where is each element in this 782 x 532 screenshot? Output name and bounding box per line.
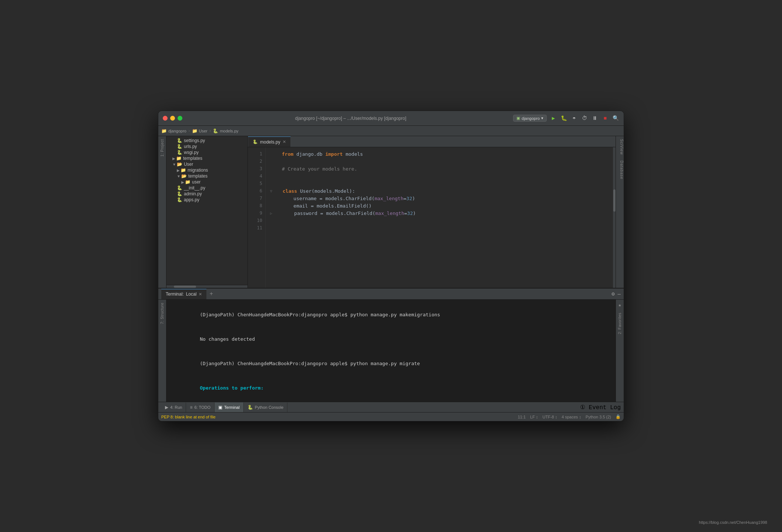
sciview-tab[interactable]: SciView: [616, 136, 624, 158]
tree-label-user-template: user: [192, 179, 200, 185]
tree-item-wsgi[interactable]: 🐍 wsgi.py: [166, 149, 247, 155]
terminal-icon: ▣: [218, 405, 222, 410]
code-content[interactable]: from django.db import models # Create yo…: [266, 147, 613, 288]
term-operations-label: Operations to perform:: [200, 385, 263, 391]
terminal-output[interactable]: (DjangoPath) ChenHuangdeMacBookPro:djang…: [166, 300, 616, 402]
tree-label-settings: settings.py: [184, 138, 205, 143]
python-console-button[interactable]: 🐍 Python Console: [244, 403, 288, 412]
minimize-button[interactable]: [170, 116, 175, 121]
pep8-warning: PEP 8: blank line at end of file: [161, 415, 216, 419]
scrollbar-thumb[interactable]: [613, 189, 616, 212]
python-version-label[interactable]: Python 3.5 (2): [586, 415, 611, 419]
project-tab-label[interactable]: 1: Project: [159, 136, 165, 159]
run-config-dropdown[interactable]: ▣ djangopro ▾: [513, 115, 547, 122]
profile-button[interactable]: ⏱: [581, 115, 588, 122]
terminal-tab-local[interactable]: Terminal: Local ✕: [161, 289, 206, 299]
code-eq-2: =: [404, 211, 407, 216]
toolbar-actions: ▣ djangopro ▾ ▶ 🐛 ☂ ⏱ ⏸ ■ 🔍: [513, 115, 619, 122]
breadcrumb-user[interactable]: 📁 User: [192, 128, 208, 134]
structure-panel: 7: Structure: [158, 300, 166, 402]
terminal-close-icon[interactable]: ✕: [199, 292, 202, 297]
cursor-position[interactable]: 11:1: [518, 415, 526, 419]
line-num-5: 5: [248, 180, 265, 187]
term-line-migrate-cmd: (DjangoPath) ChenHuangdeMacBookPro:djang…: [171, 351, 611, 376]
fold-marker-9[interactable]: ▷: [270, 211, 272, 215]
coverage-button[interactable]: ☂: [570, 115, 578, 122]
tab-close-button[interactable]: ✕: [283, 139, 286, 144]
window-title: djangopro [~/djangopro] – .../User/model…: [188, 116, 513, 121]
tree-item-templates-root[interactable]: ▶ 📁 templates: [166, 155, 247, 161]
search-button[interactable]: 🔍: [612, 115, 619, 122]
terminal-add-button[interactable]: +: [206, 291, 216, 297]
line-numbers: 1 2 3 4 5 6 7 8 9 10 11: [248, 147, 266, 288]
editor-area: 🐍 models.py ✕ 1 2 3 4 5 6 7 8 9 10: [248, 136, 616, 288]
terminal-minimize-icon[interactable]: —: [618, 291, 621, 297]
param-max-length-2: max_length: [375, 211, 404, 216]
line-num-10: 10: [248, 217, 265, 224]
code-line-7: username = models.CharField( max_length …: [270, 195, 608, 202]
code-editor[interactable]: 1 2 3 4 5 6 7 8 9 10 11 from: [248, 147, 616, 288]
breadcrumb-label-user: User: [199, 129, 208, 133]
breadcrumb-djangopro[interactable]: 📁 djangopro: [161, 128, 186, 134]
run-button[interactable]: ▶: [550, 115, 557, 122]
dropdown-arrow-icon-lf: ↕: [536, 415, 538, 419]
run-label: 4: Run: [170, 405, 182, 410]
close-button[interactable]: [163, 116, 168, 121]
favorites-tab-label[interactable]: 2: Favorites: [617, 310, 623, 337]
run-panel-button[interactable]: ▶ 4: Run: [161, 403, 186, 412]
fold-marker-6[interactable]: ▽: [270, 189, 272, 193]
code-line-3: # Create your models here.: [270, 165, 608, 172]
tree-item-templates-user[interactable]: ▼ 📂 templates: [166, 173, 247, 179]
folder-icon-2: 📁: [192, 128, 198, 134]
status-bar: PEP 8: blank line at end of file 11:1 LF…: [158, 412, 624, 421]
tree-item-urls[interactable]: 🐍 urls.py: [166, 144, 247, 149]
tree-item-settings[interactable]: 🐍 settings.py: [166, 138, 247, 144]
lock-icon: 🔒: [616, 414, 621, 419]
structure-tab-label[interactable]: 7: Structure: [159, 300, 165, 327]
tree-item-apps[interactable]: 🐍 apps.py: [166, 197, 247, 203]
kw-class: class: [283, 188, 297, 194]
tab-models-py[interactable]: 🐍 models.py ✕: [248, 137, 291, 147]
folder-icon-migrations: 📁: [181, 168, 186, 173]
terminal-panel-button[interactable]: ▣ Terminal: [215, 403, 244, 412]
editor-scrollbar[interactable]: [613, 147, 616, 288]
folder-icon-user-template: 📁: [185, 179, 191, 185]
indent-label[interactable]: 4 spaces ↕: [562, 415, 581, 419]
python-icon-2: 🐍: [177, 144, 182, 149]
breadcrumb-models[interactable]: 🐍 models.py: [213, 128, 238, 134]
term-line-operations: Operations to perform:: [171, 376, 611, 400]
database-tab[interactable]: Database: [616, 158, 624, 182]
num-32-1: 32: [407, 196, 412, 201]
collapse-icon-templates: ▶: [172, 156, 175, 161]
concurrency-button[interactable]: ⏸: [591, 115, 599, 122]
code-user-class: User(models.Model):: [297, 188, 355, 194]
tree-item-admin[interactable]: 🐍 admin.py: [166, 191, 247, 197]
line-num-3: 3: [248, 165, 265, 172]
event-log-button[interactable]: ① Event Log: [580, 404, 621, 411]
dropdown-arrow-icon: ▾: [541, 116, 543, 121]
favorites-star-icon: ★: [618, 302, 621, 308]
stop-button[interactable]: ■: [601, 115, 609, 122]
python-console-label: Python Console: [255, 405, 284, 410]
lf-label: LF: [530, 415, 535, 419]
tree-item-init[interactable]: 🐍 __init__.py: [166, 185, 247, 191]
todo-panel-button[interactable]: ≡ 6: TODO: [186, 403, 215, 412]
tree-item-user-folder[interactable]: ▼ 📂 User: [166, 161, 247, 167]
terminal-settings-icon[interactable]: ⚙: [611, 291, 614, 297]
collapse-icon-migrations: ▶: [177, 168, 180, 172]
tree-label-user: User: [184, 162, 193, 167]
code-line-5: [270, 180, 608, 187]
breadcrumb-label-models: models.py: [220, 129, 238, 133]
tree-item-migrations[interactable]: ▶ 📁 migrations: [166, 167, 247, 173]
code-email-def: email = models.EmailField(): [282, 203, 372, 209]
line-num-11: 11: [248, 224, 265, 232]
tree-item-user-template[interactable]: ▶ 📁 user: [166, 179, 247, 185]
dropdown-arrow-icon-enc: ↕: [555, 415, 557, 419]
encoding-label[interactable]: UTF-8 ↕: [543, 415, 557, 419]
line-ending[interactable]: LF ↕: [530, 415, 538, 419]
debug-button[interactable]: 🐛: [560, 115, 567, 122]
term-line-nochanges: No changes detected: [171, 327, 611, 351]
term-prompt-2: (DjangoPath) ChenHuangdeMacBookPro:djang…: [200, 361, 420, 366]
maximize-button[interactable]: [178, 116, 182, 121]
folder-icon-templates-user: 📂: [181, 174, 187, 179]
